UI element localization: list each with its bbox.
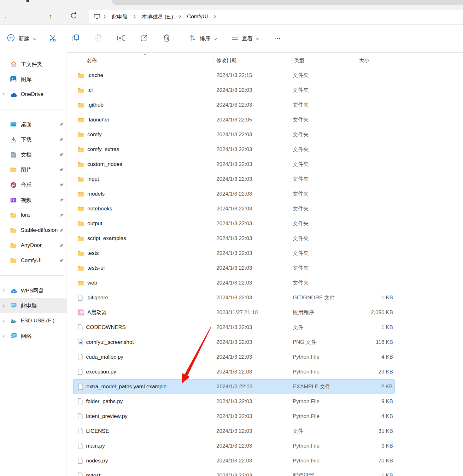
- file-row[interactable]: cuda_malloc.py2024/1/3 22:03Python.File4…: [73, 350, 395, 364]
- pin-icon: [60, 153, 64, 157]
- sidebar-item-gallery[interactable]: 图库: [0, 72, 67, 87]
- chevron-right-icon[interactable]: ›: [2, 333, 6, 338]
- sort-button[interactable]: 排序: [185, 32, 220, 46]
- column-header-size[interactable]: 大小: [359, 57, 369, 64]
- this-pc-icon: [94, 14, 100, 20]
- file-row[interactable]: input2024/1/3 22:03文件夹: [73, 172, 395, 186]
- file-row[interactable]: notebooks2024/1/3 22:03文件夹: [73, 201, 395, 216]
- sidebar-item-anydoor[interactable]: AnyDoor: [0, 238, 67, 253]
- file-row[interactable]: comfyui_screenshot2024/1/3 22:03PNG 文件11…: [73, 335, 395, 350]
- breadcrumb[interactable]: › 此电脑 › 本地磁盘 (E:) › ComfyUI ›: [89, 10, 463, 24]
- column-divider[interactable]: [356, 56, 356, 65]
- more-options-button[interactable]: ⋯: [271, 32, 284, 45]
- sidebar-item-onedrive[interactable]: ›OneDrive: [0, 87, 67, 102]
- sidebar-item-downloads[interactable]: 下载: [0, 132, 67, 147]
- view-button[interactable]: 查看: [228, 32, 262, 46]
- network-icon: [10, 333, 17, 339]
- file-row[interactable]: CODEOWNERS2024/1/3 22:03文件1 KB: [73, 320, 395, 335]
- sidebar-item-this-pc[interactable]: ›此电脑: [0, 298, 67, 313]
- copy-button[interactable]: [67, 30, 85, 47]
- breadcrumb-comfyui[interactable]: ComfyUI: [184, 12, 211, 21]
- forward-button[interactable]: →: [22, 11, 35, 23]
- file-size: 9 KB: [381, 438, 393, 453]
- file-row[interactable]: comfy2024/1/3 22:03文件夹: [73, 127, 395, 142]
- file-name: .launcher: [87, 117, 109, 123]
- chevron-right-icon: ›: [176, 13, 184, 21]
- file-row[interactable]: .launcher2024/1/3 22:05文件夹: [73, 112, 395, 127]
- file-row[interactable]: folder_paths.py2024/1/3 22:03Python.File…: [73, 394, 395, 409]
- sidebar-item-network[interactable]: ›网络: [0, 328, 67, 344]
- chevron-right-icon[interactable]: ›: [2, 303, 6, 308]
- file-row[interactable]: pytest2024/1/3 22:03配置设置1 KB: [73, 468, 395, 476]
- chevron-right-icon[interactable]: ›: [2, 91, 6, 97]
- sidebar-item-music[interactable]: 音乐: [0, 177, 67, 192]
- cut-button[interactable]: [44, 30, 62, 47]
- new-button-label: 新建: [19, 35, 29, 42]
- file-size: 9 KB: [381, 394, 393, 409]
- file-name: tests-ui: [87, 265, 105, 271]
- sidebar-item-stable-diffusion[interactable]: Stable-diffusion: [0, 223, 67, 238]
- file-row[interactable]: tests-ui2024/1/3 22:03文件夹: [73, 261, 395, 275]
- refresh-button[interactable]: [67, 11, 80, 23]
- file-date: 2023/11/27 21:10: [216, 305, 258, 320]
- up-button[interactable]: ↑: [44, 11, 57, 23]
- file-row[interactable]: script_examples2024/1/3 22:03文件夹: [73, 231, 395, 246]
- folder-icon: [10, 243, 17, 248]
- file-row[interactable]: main.py2024/1/3 22:03Python.File9 KB: [73, 438, 395, 453]
- column-header-date-modified[interactable]: 修改日期: [216, 57, 237, 64]
- pin-icon: [60, 122, 64, 126]
- file-row[interactable]: LICENSE2024/1/3 22:03文件35 KB: [73, 424, 395, 438]
- file-row[interactable]: comfy_extras2024/1/3 22:03文件夹: [73, 142, 395, 157]
- file-row[interactable]: custom_nodes2024/1/3 22:03文件夹: [73, 157, 395, 172]
- sidebar-item-wps-cloud[interactable]: ›WPS网盘: [0, 283, 67, 298]
- file-row[interactable]: .github2024/1/3 22:03文件夹: [73, 97, 395, 112]
- column-divider[interactable]: [405, 56, 405, 65]
- column-divider[interactable]: [291, 56, 292, 65]
- file-row[interactable]: A启动器2023/11/27 21:10应用程序2,050 KB: [73, 305, 395, 320]
- sidebar-item-home[interactable]: 主文件夹: [0, 56, 67, 72]
- file-name-cell: input: [78, 172, 99, 186]
- file-type: 文件夹: [293, 127, 309, 142]
- delete-button[interactable]: [158, 30, 175, 47]
- file-row[interactable]: latent_preview.py2024/1/3 22:03Python.Fi…: [73, 409, 395, 424]
- file-name-cell: custom_nodes: [78, 157, 122, 172]
- file-row[interactable]: models2024/1/3 22:03文件夹: [73, 186, 395, 201]
- file-type: 文件夹: [293, 83, 309, 97]
- share-button[interactable]: [135, 30, 153, 47]
- sidebar-item-videos[interactable]: 视频: [0, 192, 67, 208]
- sidebar-item-label: 网络: [21, 332, 32, 340]
- column-header-type[interactable]: 类型: [294, 57, 304, 64]
- file-row[interactable]: output2024/1/3 22:03文件夹: [73, 216, 395, 231]
- folder-icon: [78, 162, 84, 167]
- column-header-name[interactable]: 名称: [87, 57, 97, 64]
- file-row[interactable]: .ci2024/1/3 22:03文件夹: [73, 83, 395, 97]
- pin-icon: [60, 244, 64, 248]
- chevron-right-icon[interactable]: ›: [2, 318, 6, 323]
- sidebar-item-desktop[interactable]: 桌面: [0, 117, 67, 132]
- sidebar-item-lora[interactable]: lora: [0, 208, 67, 223]
- file-row[interactable]: .gitignore2024/1/3 22:03GITIGNORE 文件1 KB: [73, 290, 395, 305]
- file-row[interactable]: extra_model_paths.yaml.example2024/1/3 2…: [73, 379, 395, 394]
- sidebar-item-documents[interactable]: 文档: [0, 147, 67, 162]
- ellipsis-icon: ⋯: [274, 35, 281, 42]
- file-name-cell: script_examples: [78, 231, 126, 246]
- paste-button[interactable]: [90, 30, 107, 47]
- breadcrumb-this-pc[interactable]: 此电脑: [108, 12, 131, 22]
- file-date: 2024/1/3 22:03: [216, 186, 252, 201]
- back-button[interactable]: ←: [1, 11, 14, 23]
- file-row[interactable]: tests2024/1/3 22:03文件夹: [73, 246, 395, 261]
- chevron-right-icon[interactable]: ›: [2, 287, 6, 293]
- file-row[interactable]: web2024/1/3 22:03文件夹: [73, 275, 395, 290]
- column-divider[interactable]: [214, 56, 214, 65]
- file-row[interactable]: .cache2024/1/3 22:15文件夹: [73, 68, 395, 83]
- file-row[interactable]: execution.py2024/1/3 22:03Python.File29 …: [73, 364, 395, 379]
- file-type: EXAMPLE 文件: [293, 379, 331, 394]
- breadcrumb-local-disk-e[interactable]: 本地磁盘 (E:): [138, 12, 176, 22]
- file-row[interactable]: nodes.py2024/1/3 22:03Python.File70 KB: [73, 453, 395, 468]
- sidebar-item-label: 视频: [21, 197, 32, 204]
- new-button[interactable]: 新建: [4, 32, 40, 46]
- sidebar-item-esd-usb[interactable]: ›ESD-USB (F:): [0, 313, 67, 328]
- rename-button[interactable]: A: [112, 30, 130, 47]
- sidebar-item-pictures[interactable]: 图片: [0, 162, 67, 177]
- sidebar-item-comfyui[interactable]: ComfyUI: [0, 253, 67, 268]
